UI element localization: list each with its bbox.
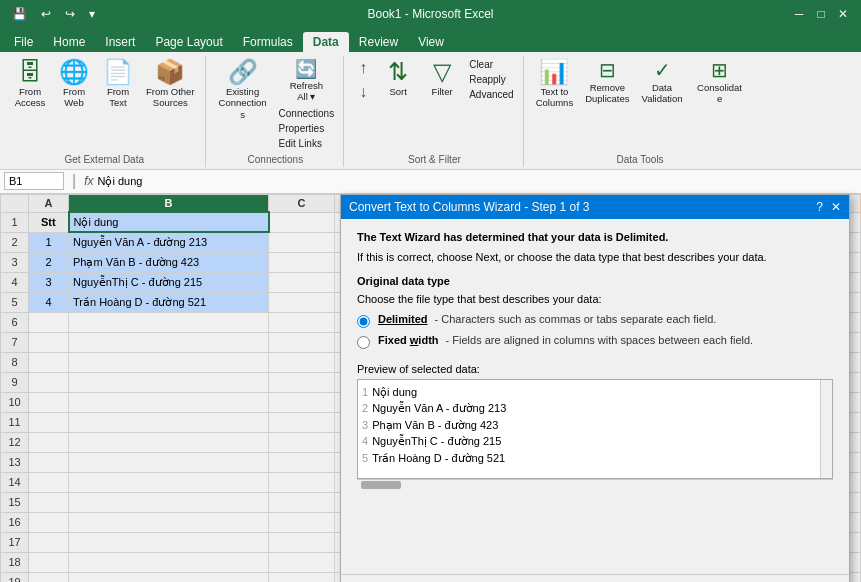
cell-c5[interactable] [269,292,335,312]
preview-box: 1Nội dung 2Nguyễn Văn A - đường 213 3Phạ… [357,379,833,479]
group-sort-filter: ↑ ↓ ⇅ Sort ▽ Filter Clear Reapply Advanc… [346,56,523,167]
remove-dup-label: RemoveDuplicates [585,82,629,105]
from-other-sources-button[interactable]: 📦 From OtherSources [142,58,199,111]
remove-dup-icon: ⊟ [599,60,616,80]
delimited-desc: - Characters such as commas or tabs sepa… [435,313,717,325]
reapply-button[interactable]: Reapply [466,73,516,86]
tab-insert[interactable]: Insert [95,32,145,52]
col-header-a[interactable]: A [29,194,69,212]
radio-delimited-row: Delimited - Characters such as commas or… [357,313,833,328]
dialog-content: The Text Wizard has determined that your… [341,219,849,574]
undo-icon[interactable]: ↩ [37,5,55,23]
sort-asc-button[interactable]: ↑ [352,58,374,80]
refresh-all-button[interactable]: 🔄 RefreshAll ▾ [276,58,338,105]
consolidate-button[interactable]: ⊞ Consolidate [691,58,749,107]
h-scroll-thumb [361,481,401,489]
preview-line-1: 1Nội dung [362,384,828,401]
cell-reference-input[interactable] [4,172,64,190]
close-button[interactable]: ✕ [833,4,853,24]
tab-home[interactable]: Home [43,32,95,52]
from-text-button[interactable]: 📄 FromText [98,58,138,111]
redo-icon[interactable]: ↪ [61,5,79,23]
from-other-label: From OtherSources [146,86,195,109]
data-validation-button[interactable]: ✓ DataValidation [638,58,687,107]
cell-a5[interactable]: 4 [29,292,69,312]
remove-duplicates-button[interactable]: ⊟ RemoveDuplicates [581,58,633,107]
dropdown-icon[interactable]: ▾ [85,5,99,23]
group-label-data-tools: Data Tools [617,150,664,165]
connections-button[interactable]: Connections [276,107,338,120]
filter-button[interactable]: ▽ Filter [422,58,462,99]
row-header-17: 17 [1,532,29,552]
dialog-section-desc: Choose the file type that best describes… [357,293,833,305]
existing-conn-label: ExistingConnections [218,86,268,120]
row-header-10: 10 [1,392,29,412]
row-header-16: 16 [1,512,29,532]
tab-file[interactable]: File [4,32,43,52]
save-icon[interactable]: 💾 [8,5,31,23]
sort-asc-icon: ↑ [359,60,367,76]
minimize-button[interactable]: ─ [789,4,809,24]
cell-b4[interactable]: NguyễnThị C - đường 215 [69,272,269,292]
data-val-icon: ✓ [654,60,671,80]
preview-horizontal-scrollbar[interactable] [357,479,833,491]
radio-fixed-width[interactable] [357,336,370,349]
cell-b1[interactable]: Nội dung [69,212,269,232]
dialog-controls: ? ✕ [816,200,841,214]
formula-input[interactable] [98,175,858,187]
tab-page-layout[interactable]: Page Layout [145,32,232,52]
radio-delimited[interactable] [357,315,370,328]
cell-c3[interactable] [269,252,335,272]
preview-line-5: 5Trần Hoàng D - đường 521 [362,450,828,467]
text-to-columns-button[interactable]: 📊 Text toColumns [532,58,578,111]
dialog-close-button[interactable]: ✕ [831,200,841,214]
from-access-label: FromAccess [15,86,46,109]
col-header-b[interactable]: B [69,194,269,212]
edit-links-button[interactable]: Edit Links [276,137,338,150]
cell-b5[interactable]: Trần Hoàng D - đường 521 [69,292,269,312]
dialog-titlebar: Convert Text to Columns Wizard - Step 1 … [341,195,849,219]
sort-desc-icon: ↓ [359,84,367,100]
restore-button[interactable]: □ [811,4,831,24]
cell-a3[interactable]: 2 [29,252,69,272]
row-header-3: 3 [1,252,29,272]
from-access-button[interactable]: 🗄 FromAccess [10,58,50,111]
formula-bar: | fx [0,170,861,194]
sort-button[interactable]: ⇅ Sort [378,58,418,99]
row-header-9: 9 [1,372,29,392]
title-bar: 💾 ↩ ↪ ▾ Book1 - Microsoft Excel ─ □ ✕ [0,0,861,28]
cell-a4[interactable]: 3 [29,272,69,292]
dialog-help-button[interactable]: ? [816,200,823,214]
filter-icon: ▽ [433,60,451,84]
row-header-15: 15 [1,492,29,512]
cell-b3[interactable]: Phạm Văn B - đường 423 [69,252,269,272]
col-header-c[interactable]: C [269,194,335,212]
clear-button[interactable]: Clear [466,58,516,71]
preview-vertical-scrollbar[interactable] [820,380,832,478]
cell-c2[interactable] [269,232,335,252]
tab-data[interactable]: Data [303,32,349,52]
from-text-label: FromText [107,86,129,109]
properties-button[interactable]: Properties [276,122,338,135]
sort-desc-button[interactable]: ↓ [352,82,374,104]
tab-formulas[interactable]: Formulas [233,32,303,52]
advanced-button[interactable]: Advanced [466,88,516,101]
row-header-11: 11 [1,412,29,432]
tab-view[interactable]: View [408,32,454,52]
spreadsheet-area: A B C D E F G H I J K 1 Stt N [0,194,861,582]
existing-connections-button[interactable]: 🔗 ExistingConnections [214,58,272,122]
preview-label: Preview of selected data: [357,363,833,375]
from-web-icon: 🌐 [59,60,89,84]
cell-a1[interactable]: Stt [29,212,69,232]
row-header-18: 18 [1,552,29,572]
from-web-button[interactable]: 🌐 FromWeb [54,58,94,111]
cell-c4[interactable] [269,272,335,292]
radio-fixed-label: Fixed width - Fields are aligned in colu… [378,334,753,346]
cell-b2[interactable]: Nguyễn Văn A - đường 213 [69,232,269,252]
cell-c1[interactable] [269,212,335,232]
tab-review[interactable]: Review [349,32,408,52]
preview-container: 1Nội dung 2Nguyễn Văn A - đường 213 3Phạ… [357,379,833,491]
row-header-2: 2 [1,232,29,252]
row-header-7: 7 [1,332,29,352]
cell-a2[interactable]: 1 [29,232,69,252]
